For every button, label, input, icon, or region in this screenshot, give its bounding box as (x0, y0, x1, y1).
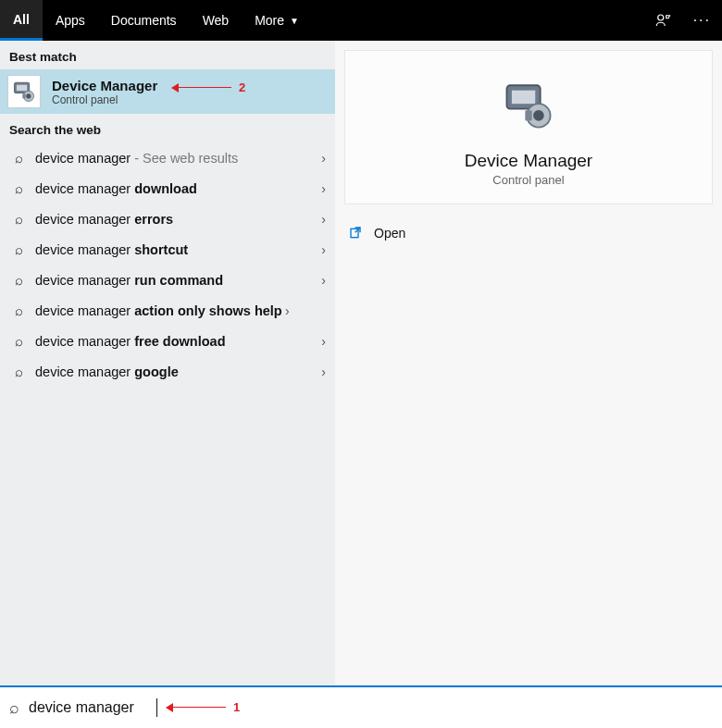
chevron-right-icon: › (285, 303, 290, 318)
open-icon (348, 225, 365, 241)
search-tabs: All Apps Documents Web More▼ ··· (0, 0, 722, 41)
svg-rect-7 (512, 91, 535, 105)
preview-title: Device Manager (465, 151, 592, 171)
search-bar[interactable]: ⌕ 1 (0, 685, 722, 728)
search-icon: ⌕ (9, 180, 28, 196)
open-label: Open (374, 226, 405, 241)
web-result[interactable]: ⌕ device manager action only shows help … (0, 295, 335, 326)
web-result[interactable]: ⌕ device manager download › (0, 173, 335, 204)
svg-rect-5 (22, 93, 25, 98)
chevron-down-icon: ▼ (290, 16, 299, 26)
svg-rect-2 (17, 85, 27, 92)
chevron-right-icon: › (321, 242, 326, 257)
open-action[interactable]: Open (344, 219, 713, 247)
chevron-right-icon: › (321, 212, 326, 227)
search-icon: ⌕ (9, 241, 28, 257)
search-icon: ⌕ (9, 211, 28, 227)
text-cursor (156, 698, 157, 717)
search-icon: ⌕ (9, 272, 28, 288)
preview-panel: Device Manager Control panel Open (335, 41, 722, 685)
feedback-icon[interactable] (643, 0, 682, 41)
search-icon: ⌕ (9, 302, 28, 318)
search-icon: ⌕ (9, 333, 28, 349)
best-match-title: Device Manager (52, 78, 157, 93)
best-match-header: Best match (0, 41, 335, 69)
chevron-right-icon: › (321, 334, 326, 349)
svg-point-0 (657, 15, 663, 20)
more-options-icon[interactable]: ··· (682, 0, 722, 41)
tab-more[interactable]: More▼ (242, 0, 312, 41)
web-result[interactable]: ⌕ device manager google › (0, 356, 335, 387)
chevron-right-icon: › (321, 273, 326, 288)
search-icon: ⌕ (9, 364, 28, 379)
preview-subtitle: Control panel (492, 173, 564, 187)
chevron-right-icon: › (321, 181, 326, 196)
web-result[interactable]: ⌕ device manager run command › (0, 265, 335, 295)
web-result[interactable]: ⌕ device manager errors › (0, 204, 335, 234)
best-match-result[interactable]: Device Manager Control panel 2 (0, 69, 335, 114)
web-results-list: ⌕ device manager - See web results › ⌕ d… (0, 142, 335, 387)
device-manager-large-icon (500, 77, 557, 134)
search-input[interactable] (29, 699, 158, 716)
annotation-arrow-1: 1 (167, 700, 240, 714)
web-result[interactable]: ⌕ device manager - See web results › (0, 142, 335, 173)
svg-rect-10 (525, 110, 531, 120)
tab-apps[interactable]: Apps (43, 0, 98, 41)
preview-card: Device Manager Control panel (344, 50, 713, 204)
web-result[interactable]: ⌕ device manager free download › (0, 326, 335, 356)
best-match-subtitle: Control panel (52, 93, 157, 106)
svg-point-9 (533, 110, 544, 121)
annotation-arrow-2: 2 (172, 80, 245, 94)
search-web-header: Search the web (0, 114, 335, 142)
svg-point-4 (26, 93, 31, 98)
search-icon: ⌕ (9, 698, 19, 718)
tab-all[interactable]: All (0, 0, 43, 41)
tab-documents[interactable]: Documents (98, 0, 190, 41)
results-panel: Best match Device Manager Control panel … (0, 41, 335, 685)
tab-web[interactable]: Web (190, 0, 243, 41)
device-manager-icon (7, 75, 41, 108)
web-result[interactable]: ⌕ device manager shortcut › (0, 234, 335, 265)
chevron-right-icon: › (321, 151, 326, 166)
chevron-right-icon: › (321, 364, 326, 379)
search-icon: ⌕ (9, 150, 28, 166)
